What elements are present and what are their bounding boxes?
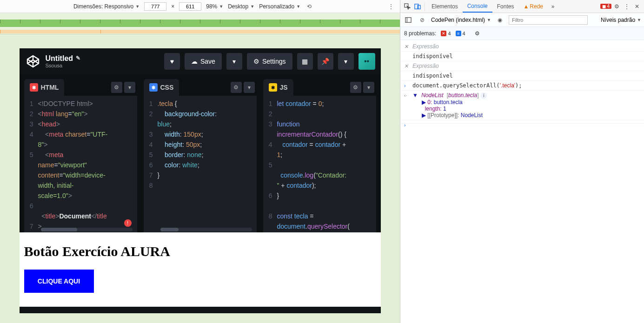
- html-collapse-icon[interactable]: ▾: [124, 82, 135, 93]
- tab-sources[interactable]: Fontes: [492, 0, 519, 13]
- watch-expression[interactable]: ✕Expressão: [400, 42, 644, 52]
- devtools-close-icon[interactable]: ✕: [632, 1, 642, 12]
- chevron-down-icon: ▾: [344, 58, 347, 65]
- error-count-badge[interactable]: ◼ 4: [600, 4, 611, 9]
- problems-settings-icon[interactable]: ⚙: [475, 30, 480, 37]
- js-badge-icon: ✱: [269, 83, 277, 92]
- layout-button[interactable]: ▦: [297, 53, 313, 70]
- device-toolbar: Dimensões: Responsivo▼ × 98%▼ Desktop▼ P…: [0, 0, 400, 13]
- pen-author[interactable]: Ssousa: [46, 63, 81, 68]
- js-collapse-icon[interactable]: ▾: [363, 82, 374, 93]
- user-avatar[interactable]: ••: [359, 53, 375, 70]
- html-error-icon[interactable]: !: [124, 219, 132, 227]
- save-button[interactable]: ☁Save: [185, 53, 222, 70]
- save-options-button[interactable]: ▾: [226, 53, 242, 70]
- codepen-logo-icon[interactable]: [25, 53, 41, 69]
- tab-elements[interactable]: Elementos: [427, 0, 463, 13]
- css-code-area[interactable]: 12 345678 .tecla { background-color: blu…: [144, 96, 257, 232]
- html-tab[interactable]: ✱HTML: [24, 79, 65, 96]
- tab-console[interactable]: Console: [463, 0, 492, 13]
- svg-rect-5: [418, 5, 420, 9]
- pin-button[interactable]: 📌: [318, 53, 333, 70]
- pin-icon: 📌: [321, 58, 329, 65]
- live-expression-icon[interactable]: ◉: [495, 15, 505, 25]
- codepen-header: Untitled✎ Ssousa ♥ ☁Save ▾ ⚙Settings ▦ 📌…: [20, 48, 381, 74]
- viewport-height-input[interactable]: [179, 2, 201, 11]
- device-toolbar-menu-icon[interactable]: ⋮: [387, 2, 395, 11]
- cloud-icon: ☁: [191, 58, 198, 65]
- breakpoint-ruler[interactable]: [0, 13, 400, 34]
- js-settings-icon[interactable]: ⚙: [350, 82, 361, 93]
- log-levels-selector[interactable]: Níveis padrão▼: [601, 17, 641, 23]
- watch-value: indisponível: [400, 52, 644, 61]
- devtools-settings-icon[interactable]: ⚙: [611, 1, 622, 12]
- settings-button[interactable]: ⚙Settings: [247, 53, 292, 70]
- custom-dropdown[interactable]: Personalizado▼: [259, 3, 300, 10]
- clear-console-icon[interactable]: ⊘: [417, 15, 427, 25]
- throttle-dropdown[interactable]: Desktop▼: [228, 3, 254, 10]
- viewport-wrapper: Untitled✎ Ssousa ♥ ☁Save ▾ ⚙Settings ▦ 📌…: [0, 34, 400, 323]
- clique-aqui-button[interactable]: CLIQUE AQUI: [24, 270, 94, 293]
- device-toggle-icon[interactable]: [412, 1, 423, 12]
- codepen-footer: [20, 307, 381, 313]
- devtools-menu-icon[interactable]: ⋮: [622, 1, 632, 12]
- console-filter-input[interactable]: [509, 15, 588, 25]
- console-prompt[interactable]: ›: [400, 120, 644, 124]
- emulated-viewport: Untitled✎ Ssousa ♥ ☁Save ▾ ⚙Settings ▦ 📌…: [20, 48, 381, 313]
- problems-bar[interactable]: 8 problemas: ✕4 ≡4 ⚙: [400, 27, 644, 40]
- console-sidebar-icon[interactable]: [403, 15, 413, 25]
- dimensions-dropdown[interactable]: Dimensões: Responsivo▼: [73, 3, 139, 10]
- devtools-panel: Elementos Console Fontes ▲Rede » ◼ 4 ⚙ ⋮…: [400, 0, 644, 323]
- edit-title-icon[interactable]: ✎: [76, 55, 80, 61]
- console-output[interactable]: ✕Expressão indisponível ✕Expressão indis…: [400, 40, 644, 323]
- css-badge-icon: ✱: [149, 83, 158, 92]
- html-editor: ✱HTML ⚙ ▾ 1234 5 6 7 <!DOCTYPE html> <ht…: [24, 79, 137, 232]
- chevron-down-icon: ▾: [232, 58, 236, 65]
- css-settings-icon[interactable]: ⚙: [231, 82, 242, 93]
- like-button[interactable]: ♥: [164, 53, 180, 70]
- viewport-width-input[interactable]: [144, 2, 166, 11]
- view-options-button[interactable]: ▾: [338, 53, 354, 70]
- css-editor: ✱CSS ⚙ ▾ 12 345678 .tecla { background-c…: [144, 79, 257, 232]
- devtools-tabs: Elementos Console Fontes ▲Rede » ◼ 4 ⚙ ⋮…: [400, 0, 644, 13]
- js-tab[interactable]: ✱JS: [263, 79, 293, 96]
- console-input-line[interactable]: ›document.querySelectorAll('.tecla');: [400, 81, 644, 91]
- rotate-icon[interactable]: ⟲: [305, 2, 313, 11]
- css-scrollbar[interactable]: [160, 228, 252, 231]
- editors-row: ✱HTML ⚙ ▾ 1234 5 6 7 <!DOCTYPE html> <ht…: [20, 74, 381, 232]
- layout-icon: ▦: [302, 58, 308, 65]
- console-toolbar: ⊘ CodePen (index.html)▼ ◉ Níveis padrão▼: [400, 13, 644, 27]
- html-badge-icon: ✱: [30, 83, 38, 92]
- html-scrollbar[interactable]: [41, 228, 133, 231]
- css-tab[interactable]: ✱CSS: [144, 79, 179, 96]
- watch-expression[interactable]: ✕Expressão: [400, 61, 644, 71]
- result-heading: Botão Exercício ALURA: [24, 244, 376, 259]
- gear-icon: ⚙: [253, 58, 259, 65]
- result-pane: Botão Exercício ALURA CLIQUE AQUI: [20, 232, 381, 307]
- css-collapse-icon[interactable]: ▾: [244, 82, 255, 93]
- js-editor: ✱JS ⚙ ▾ 123 4 5 6 8 let contador = 0; fu…: [263, 79, 376, 232]
- html-settings-icon[interactable]: ⚙: [111, 82, 122, 93]
- console-result-line[interactable]: ‹·▼ NodeList [button.tecla]i ▶ 0: button…: [400, 91, 644, 120]
- context-selector[interactable]: CodePen (index.html)▼: [431, 17, 491, 23]
- js-code-area[interactable]: 123 4 5 6 8 let contador = 0; function i…: [263, 96, 376, 232]
- more-tabs-icon[interactable]: »: [548, 1, 558, 12]
- tab-network[interactable]: ▲Rede: [518, 0, 548, 13]
- device-mode-panel: Dimensões: Responsivo▼ × 98%▼ Desktop▼ P…: [0, 0, 400, 323]
- watch-value: indisponível: [400, 71, 644, 81]
- html-code-area[interactable]: 1234 5 6 7 <!DOCTYPE html> <html lang="e…: [24, 96, 137, 232]
- inspect-icon[interactable]: [402, 1, 412, 12]
- zoom-dropdown[interactable]: 98%▼: [206, 3, 223, 10]
- svg-rect-6: [405, 17, 411, 22]
- pen-title[interactable]: Untitled✎: [46, 54, 81, 63]
